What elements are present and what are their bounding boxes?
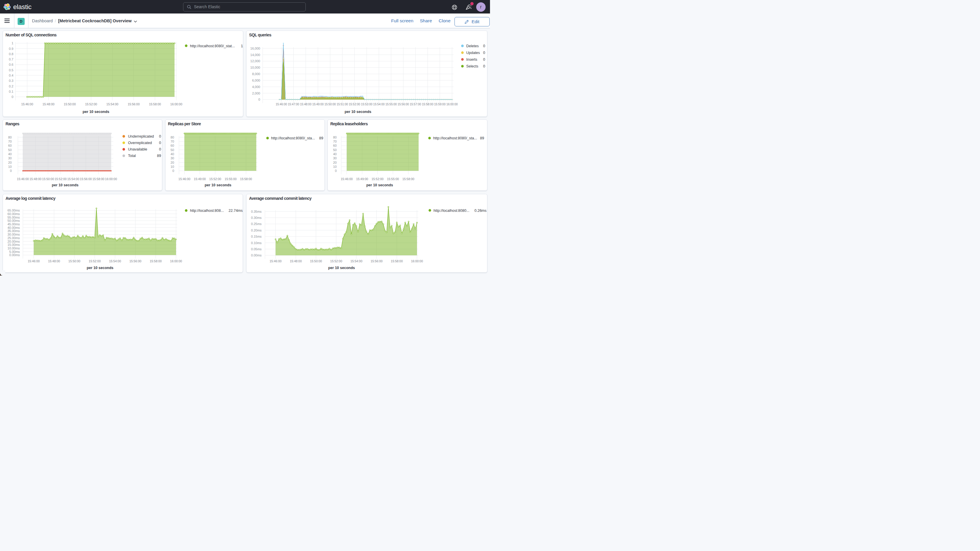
svg-text:0: 0 — [258, 98, 260, 101]
svg-text:60: 60 — [8, 144, 12, 147]
svg-text:55.00ms: 55.00ms — [7, 215, 20, 219]
svg-text:http://localhost:8080/_sta...: http://localhost:8080/_sta... — [433, 136, 477, 140]
svg-text:per 10 seconds: per 10 seconds — [83, 110, 109, 114]
svg-text:15:52:00: 15:52:00 — [209, 177, 221, 181]
svg-text:70: 70 — [333, 140, 337, 143]
svg-text:2,000: 2,000 — [252, 92, 260, 95]
svg-text:20: 20 — [8, 161, 12, 164]
svg-text:50: 50 — [170, 148, 174, 152]
svg-text:0: 0 — [11, 95, 13, 99]
svg-text:15:56:00: 15:56:00 — [129, 259, 142, 263]
svg-text:40: 40 — [170, 152, 174, 156]
svg-text:15:56:00: 15:56:00 — [398, 103, 409, 106]
svg-text:http://localhost:8080/_sta...: http://localhost:8080/_sta... — [271, 136, 315, 140]
svg-text:15:48:00: 15:48:00 — [300, 103, 312, 106]
svg-text:40: 40 — [8, 152, 12, 156]
svg-text:15:55:00: 15:55:00 — [224, 177, 237, 181]
svg-text:per 10 seconds: per 10 seconds — [52, 183, 78, 187]
svg-text:1: 1 — [241, 44, 243, 48]
svg-text:15:54:00: 15:54:00 — [107, 102, 119, 106]
svg-text:per 10 seconds: per 10 seconds — [87, 266, 113, 270]
svg-text:16:00:00: 16:00:00 — [411, 259, 423, 263]
svg-text:Unavailable: Unavailable — [128, 147, 147, 151]
svg-text:16:00:00: 16:00:00 — [446, 103, 458, 106]
svg-text:15:48:00: 15:48:00 — [48, 259, 60, 263]
svg-text:Inserts: Inserts — [466, 57, 477, 62]
svg-text:89: 89 — [319, 136, 323, 140]
svg-text:10: 10 — [170, 165, 174, 169]
svg-text:6,000: 6,000 — [252, 79, 260, 82]
svg-text:15:47:00: 15:47:00 — [288, 103, 299, 106]
svg-text:0.7: 0.7 — [9, 57, 13, 61]
svg-text:0: 0 — [159, 141, 161, 145]
svg-text:15:56:00: 15:56:00 — [371, 259, 383, 263]
svg-text:40.00ms: 40.00ms — [7, 226, 20, 229]
svg-text:89: 89 — [480, 136, 484, 140]
svg-text:0.2: 0.2 — [9, 84, 13, 88]
svg-text:0: 0 — [159, 134, 161, 139]
svg-text:15:58:00: 15:58:00 — [402, 177, 414, 181]
svg-text:Deletes: Deletes — [466, 44, 479, 48]
svg-text:15:46:00: 15:46:00 — [27, 259, 40, 263]
svg-text:4,000: 4,000 — [252, 85, 260, 89]
svg-text:15:50:00: 15:50:00 — [325, 103, 336, 106]
svg-text:Updates: Updates — [466, 51, 480, 55]
svg-text:Overreplicated: Overreplicated — [128, 141, 152, 145]
svg-text:15:55:00: 15:55:00 — [387, 177, 399, 181]
svg-text:15:46:00: 15:46:00 — [21, 102, 33, 106]
svg-text:15:46:00: 15:46:00 — [270, 259, 282, 263]
svg-text:15:58:00: 15:58:00 — [92, 177, 105, 181]
svg-text:15:52:00: 15:52:00 — [85, 102, 97, 106]
svg-text:16,000: 16,000 — [250, 47, 260, 50]
svg-text:15:50:00: 15:50:00 — [310, 259, 322, 263]
svg-text:60: 60 — [170, 144, 174, 147]
svg-text:0: 0 — [10, 169, 12, 172]
svg-text:14,000: 14,000 — [250, 53, 260, 57]
svg-text:0: 0 — [483, 64, 485, 68]
svg-text:0.9: 0.9 — [9, 47, 13, 51]
svg-text:per 10 seconds: per 10 seconds — [344, 110, 371, 114]
svg-text:80: 80 — [333, 135, 337, 139]
svg-text:30: 30 — [8, 156, 12, 160]
svg-text:10.00ms: 10.00ms — [7, 246, 20, 250]
svg-text:http://localhost:808...: http://localhost:808... — [190, 209, 224, 213]
svg-text:15:52:00: 15:52:00 — [330, 259, 342, 263]
svg-text:15:58:00: 15:58:00 — [422, 103, 433, 106]
svg-text:15:48:00: 15:48:00 — [29, 177, 41, 181]
svg-text:0.15ms: 0.15ms — [251, 235, 262, 238]
svg-text:0.26ms: 0.26ms — [474, 208, 487, 212]
svg-text:15:58:00: 15:58:00 — [150, 259, 162, 263]
svg-text:0: 0 — [159, 147, 161, 151]
svg-text:50.00ms: 50.00ms — [7, 219, 20, 222]
svg-text:15:59:00: 15:59:00 — [434, 103, 446, 106]
svg-text:15:46:00: 15:46:00 — [178, 177, 191, 181]
svg-text:per 10 seconds: per 10 seconds — [205, 183, 231, 187]
svg-text:15:58:00: 15:58:00 — [240, 177, 252, 181]
svg-text:0: 0 — [172, 169, 174, 172]
svg-text:15:50:00: 15:50:00 — [42, 177, 54, 181]
svg-text:16:00:00: 16:00:00 — [105, 177, 117, 181]
svg-text:0: 0 — [483, 44, 485, 48]
svg-text:0.10ms: 0.10ms — [251, 241, 262, 244]
svg-text:25.00ms: 25.00ms — [7, 236, 20, 239]
svg-text:15:53:00: 15:53:00 — [361, 103, 372, 106]
svg-text:1: 1 — [11, 41, 13, 45]
svg-text:12,000: 12,000 — [250, 59, 260, 63]
svg-text:Underreplicated: Underreplicated — [128, 134, 154, 139]
svg-text:15:49:00: 15:49:00 — [356, 177, 368, 181]
svg-text:15:56:00: 15:56:00 — [127, 102, 140, 106]
svg-text:20: 20 — [333, 161, 337, 164]
svg-text:15:52:00: 15:52:00 — [89, 259, 101, 263]
svg-text:http://localhost:8080/_stat...: http://localhost:8080/_stat... — [190, 44, 235, 48]
svg-text:16:00:00: 16:00:00 — [170, 259, 182, 263]
svg-text:30.00ms: 30.00ms — [7, 233, 20, 236]
svg-text:15:54:00: 15:54:00 — [350, 259, 363, 263]
svg-text:15:58:00: 15:58:00 — [149, 102, 161, 106]
svg-text:70: 70 — [170, 140, 174, 143]
svg-text:45.00ms: 45.00ms — [7, 222, 20, 226]
svg-text:50: 50 — [333, 148, 337, 152]
svg-text:15:54:00: 15:54:00 — [67, 177, 79, 181]
svg-text:70: 70 — [8, 140, 12, 143]
svg-text:8,000: 8,000 — [252, 72, 260, 76]
svg-text:60: 60 — [333, 144, 337, 147]
